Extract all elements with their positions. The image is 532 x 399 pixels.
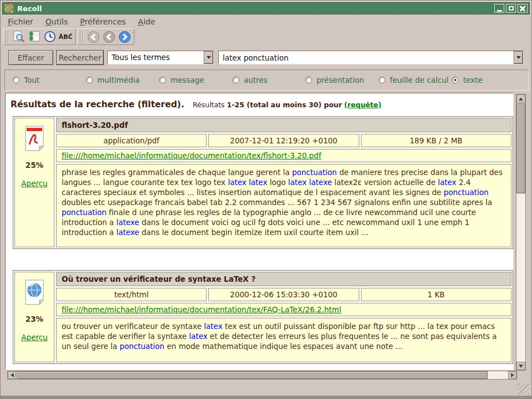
arrow-left-gray-icon [103, 31, 116, 43]
radio-icon [452, 77, 459, 83]
window-bottom-edge [1, 396, 531, 398]
clear-button[interactable]: Effacer [8, 50, 53, 65]
query-combobox[interactable] [218, 51, 524, 64]
radio-autres[interactable]: autres [233, 76, 268, 84]
result-side-panel: 23% Aperçu [14, 272, 54, 362]
menu-aide[interactable]: Aide [138, 17, 155, 26]
horizontal-scrollbar[interactable] [7, 371, 517, 380]
nav-next-page-button[interactable] [117, 29, 132, 44]
vertical-scrollbar[interactable] [516, 94, 526, 371]
toolbar: ÂBĈ [3, 28, 136, 46]
snippet-highlighted-term: latexe [116, 228, 139, 237]
close-button[interactable] [518, 4, 528, 13]
html-document-icon [24, 280, 45, 305]
result-details: flshort-3.20.pdf application/pdf 2007-12… [56, 118, 511, 247]
nav-previous-page-button[interactable] [101, 29, 117, 44]
snippet-text: logo [267, 178, 288, 187]
recoll-window: { "window": { "title": "Recoll" }, "menu… [0, 0, 532, 399]
term-explorer-icon: ÂBĈ [59, 33, 73, 41]
radio-message[interactable]: message [159, 76, 204, 84]
window-resize-grip[interactable] [517, 383, 529, 394]
results-list[interactable]: Résultats de la recherche (filtered). Ré… [5, 93, 514, 370]
result-url-row: file:///home/michael/informatique/docume… [56, 149, 511, 162]
document-sort-icon [28, 30, 41, 43]
preview-link[interactable]: Aperçu [21, 333, 47, 342]
chevron-down-icon [207, 56, 211, 59]
category-filter-bar: Tout multimédia message autres présentat… [4, 69, 529, 91]
maximize-button[interactable] [506, 4, 516, 13]
toolbar-group-tools: ÂBĈ [3, 28, 76, 45]
snippet-highlighted-term: latex [204, 322, 222, 331]
search-mode-dropdown-button[interactable] [204, 51, 213, 64]
relevance-percent: 23% [26, 315, 43, 323]
snippet-text: dans le document begin itemize item uxil… [139, 228, 369, 237]
search-button[interactable]: Rechercher [56, 50, 104, 65]
snippet-text: doubles etc usepackage francais babel ta… [62, 198, 492, 207]
result-mime-type: application/pdf [56, 134, 207, 147]
arrow-left-gray-icon [87, 31, 100, 43]
results-header: Résultats de la recherche (filtered). Ré… [11, 99, 510, 109]
snippet-text: phrase les regles grammaticales de chaqu… [62, 168, 292, 177]
menu-outils[interactable]: Outils [46, 17, 68, 26]
query-history-dropdown-button[interactable] [514, 51, 523, 64]
toolbar-handle[interactable] [80, 31, 84, 43]
document-history-button[interactable] [42, 29, 58, 44]
triangle-down-icon [519, 365, 523, 368]
recoll-app-icon [4, 4, 13, 13]
advanced-search-button[interactable] [11, 29, 27, 44]
triangle-right-icon [511, 373, 514, 377]
search-input[interactable] [219, 51, 514, 64]
results-title: Résultats de la recherche (filtered). [11, 99, 184, 109]
snippet-highlighted-term: ponctuation [62, 208, 107, 217]
toolbar-handle[interactable] [6, 31, 9, 43]
result-item: 23% Aperçu Où trouver un vérificateur de… [13, 270, 513, 364]
radio-icon [13, 77, 19, 83]
relevance-percent: 25% [26, 161, 43, 169]
snippet-text: latex2ε version actuelle de [332, 178, 438, 187]
result-url-link[interactable]: file:///home/michael/informatique/docume… [62, 305, 341, 314]
radio-icon [233, 77, 239, 83]
result-side-panel: 25% Aperçu [14, 118, 54, 247]
document-search-icon [12, 30, 26, 43]
search-mode-select[interactable]: Tous les termes [107, 51, 214, 64]
snippet-text: en mode mathematique indique les espaces… [164, 342, 403, 351]
result-url-row: file:///home/michael/informatique/docume… [56, 303, 511, 316]
horizontal-scrollbar-thumb[interactable] [17, 371, 488, 379]
triangle-left-icon [11, 373, 14, 377]
menu-bar: Fichier Outils Préférences Aide [3, 16, 529, 28]
snippet-highlighted-term: ponctuation [292, 168, 337, 177]
menu-preferences[interactable]: Préférences [80, 17, 126, 26]
radio-presentation[interactable]: présentation [305, 76, 364, 84]
radio-icon [86, 77, 93, 83]
sort-parameters-button[interactable] [27, 29, 42, 44]
nav-first-page-button[interactable] [86, 29, 101, 44]
result-date: 2000-12-06 15:03:30 +0100 [208, 288, 359, 301]
scroll-up-button[interactable] [516, 94, 525, 103]
snippet-highlighted-term: ponctuation [119, 342, 164, 351]
result-date: 2007-12-01 12:19:20 +0100 [208, 134, 359, 147]
radio-tout[interactable]: Tout [13, 76, 39, 84]
menu-fichier[interactable]: Fichier [8, 17, 33, 26]
close-icon [520, 6, 525, 11]
radio-feuille-de-calcul[interactable]: feuille de calcul [379, 76, 449, 84]
result-item: 25% Aperçu flshort-3.20.pdf application/… [13, 116, 513, 249]
window-title: Recoll [17, 4, 493, 13]
scroll-left-button[interactable] [8, 371, 16, 379]
radio-icon [379, 77, 385, 83]
scroll-down-button[interactable] [516, 362, 525, 370]
toolbar-group-navigation [77, 28, 134, 45]
result-meta-row: text/html 2000-12-06 15:03:30 +0100 1 KB [56, 288, 511, 301]
result-size: 189 KB / 2 MB [361, 134, 511, 147]
preview-link[interactable]: Aperçu [21, 179, 47, 188]
query-details-link[interactable]: (requête) [344, 101, 382, 109]
result-title: Où trouver un vérificateur de syntaxe La… [56, 272, 511, 286]
radio-multimedia[interactable]: multimédia [86, 76, 140, 84]
scroll-right-button[interactable] [508, 371, 516, 379]
vertical-scrollbar-thumb[interactable] [516, 103, 525, 193]
result-url-link[interactable]: file:///home/michael/informatique/docume… [62, 151, 321, 160]
title-bar[interactable]: Recoll [2, 2, 530, 14]
minimize-button[interactable] [494, 4, 504, 13]
radio-texte[interactable]: texte [452, 76, 483, 84]
term-explorer-button[interactable]: ÂBĈ [58, 29, 73, 44]
results-count: Résultats 1-25 (total au moins 30) pour … [193, 101, 382, 109]
